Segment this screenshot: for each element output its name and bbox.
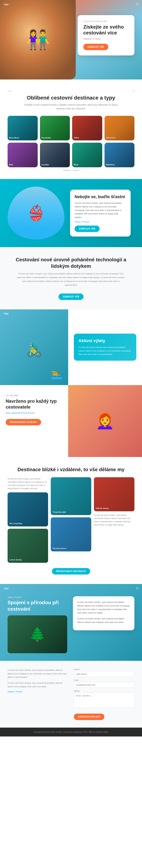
hero-couple-image: 👫 (0, 0, 76, 80)
contact-message-field: Zpráva (74, 690, 135, 709)
nature-forest-image: 🌲 (7, 615, 67, 653)
destfar-img-beach[interactable]: Tropická pláž (51, 477, 91, 515)
destfar-cta-button[interactable]: PROZKOUMAT DESTINACE (52, 568, 90, 575)
hero-sub: Objednat si Franzé (83, 38, 129, 40)
dest-label-maldives: Maledivy (106, 163, 115, 166)
destfar-title: Destinace blízké i vzdálené, to vše dělá… (7, 466, 135, 473)
whatwedo-title: Navrženo pro každý typ cestovatele (6, 398, 62, 410)
destinations-menu-icon[interactable]: ≡ (132, 89, 135, 93)
whatwedo-author-text: Autor zákazníků Franzé (6, 412, 28, 414)
whatwedo-author-link[interactable]: Franzé (28, 412, 35, 414)
footer: copyright lorem text dolor sit amet, con… (0, 727, 142, 737)
nature-content: Odkaz z Franzé Spojení s přírodou při ce… (0, 592, 142, 661)
contact-message-input[interactable] (74, 693, 135, 708)
dest-card-kostarika-bg: Kostarika (40, 116, 70, 141)
destfar-img-lake[interactable]: Horské jezero (51, 517, 91, 551)
nature-title: Spojení s přírodou při cestování (7, 599, 67, 612)
contact-email-label: Email (74, 679, 135, 681)
active-right-panel: Aktivní výlety Ut enim ad minim veniam, … (68, 309, 142, 385)
dest-card-london[interactable]: Londýn (40, 143, 70, 167)
dest-card-kostarika[interactable]: Kostarika (40, 116, 70, 141)
contact-text2: Ut enim ad minim veniam, quis nostrud ex… (7, 681, 68, 688)
nature-menu-icon[interactable]: ≡ (136, 586, 138, 590)
section-active: logo ≡ 🚴‍♂️ 🏊 Aktivní výlety Ut enim ad … (0, 309, 142, 385)
destfar-text-left: Ut enim ad minim veniam, quis nostrud ex… (7, 477, 48, 490)
contact-name-input[interactable] (74, 671, 135, 677)
dest-card-bali[interactable]: Bali (7, 143, 38, 167)
whatwedo-cta-button[interactable]: PROZKOUMAT ZÁJEZDY (6, 419, 41, 425)
happy-card: Nebojte se, buďte šťastní Ut enim ad min… (70, 190, 131, 237)
active-text: Ut enim ad minim veniam, quis nostrud ex… (78, 345, 132, 356)
dest-label-kostarika: Kostarika (41, 136, 51, 139)
destfar-right-col: Větrné mlýny Ut enim ad minim veniam, qu… (94, 477, 135, 563)
dest-label-tokyo: Tokio (74, 136, 79, 139)
dest-card-tokyo[interactable]: Tokio (72, 116, 102, 141)
section-tech: Cestování nové úrovně poháněné technolog… (0, 247, 142, 309)
section-destinations: logo ≡ Oblíbené cestovní destinace a typ… (0, 80, 142, 179)
section-destfar: Destinace blízké i vzdálené, to vše dělá… (0, 457, 142, 584)
dest-card-maldives-bg: Maledivy (105, 143, 135, 167)
section-contact: Ut enim ad minim veniam, quis nostrud ex… (0, 661, 142, 727)
dest-card-maui[interactable]: Maui (72, 143, 102, 167)
tech-title: Cestování nové úrovně poháněné technolog… (7, 257, 135, 270)
destfar-img-windmill[interactable]: Větrné mlýny (94, 477, 135, 511)
contact-left-panel: Ut enim ad minim veniam, quis nostrud ex… (7, 669, 68, 720)
dest-card-bora-bora[interactable]: Bora Bora (7, 116, 38, 141)
dest-card-indonesie[interactable]: Indonésie (105, 116, 135, 141)
dest-card-bora-bg: Bora Bora (7, 116, 38, 141)
destfar-center-col: Tropická pláž Horské jezero (51, 477, 91, 563)
cyclist-emoji: 🚴‍♂️ (26, 342, 42, 358)
contact-email-input[interactable] (74, 682, 135, 688)
destinations-logo: logo (7, 90, 12, 92)
nature-card: Ut enim ad minim veniam, quis nostrud ex… (73, 596, 135, 630)
contact-link[interactable]: Odkaz z Franzé (7, 690, 22, 693)
happy-text: Ut enim ad minim veniam, quis nostrud ex… (75, 202, 126, 219)
dest-label-indonesie: Indonésie (106, 136, 116, 139)
dest-label-london: Londýn (41, 163, 49, 166)
contact-right-panel: Jméno Email Zpráva KONTAKTUJTE NÁS (74, 669, 135, 720)
active-card: Aktivní výlety Ut enim ad minim veniam, … (74, 334, 136, 361)
active-menu-icon[interactable]: ≡ (136, 312, 138, 316)
nature-right-panel: Ut enim ad minim veniam, quis nostrud ex… (73, 596, 135, 653)
hero-title: Získejte ze svého cestování více (83, 24, 129, 36)
destfar-text-right: Ut enim ad minim veniam, quis nostrud ex… (94, 514, 135, 526)
nav-logo: logo (4, 3, 8, 6)
destinations-more: Stránky 1 Franzé (7, 169, 135, 172)
contact-message-label: Zpráva (74, 690, 135, 692)
destfar-img-forest[interactable]: Lesní stezky (7, 529, 48, 563)
dest-card-bali-bg: Bali (7, 143, 38, 167)
contact-grid: Ut enim ad minim veniam, quis nostrud ex… (7, 669, 135, 720)
hero-cta-button[interactable]: ZOBRAZIT VŠE (83, 44, 108, 50)
destfar-img-halong[interactable]: Ha Long Bay (7, 492, 48, 526)
whatwedo-left-panel: CO DĚLÁME Navrženo pro každý typ cestova… (0, 385, 68, 457)
active-title: Aktivní výlety (78, 338, 132, 344)
hero-nav: logo ≡ (0, 2, 142, 6)
hero-label: CESTOVNÍ KANCELÁŘ (83, 21, 129, 23)
contact-submit-button[interactable]: KONTAKTUJTE NÁS (74, 714, 104, 720)
happy-link[interactable]: Odkaz z Franzé (75, 221, 126, 223)
whatwedo-right-panel: 👩‍🦰 (68, 385, 142, 457)
nav-menu-icon[interactable]: ≡ (136, 2, 138, 6)
destinations-title: Oblíbené cestovní destinace a typy (7, 94, 135, 101)
hero-section: 👫 logo ≡ CESTOVNÍ KANCELÁŘ Získejte ze s… (0, 0, 142, 80)
contact-name-label: Jméno (74, 669, 135, 671)
destfar-grid: Ut enim ad minim veniam, quis nostrud ex… (7, 477, 135, 563)
tech-cta-button[interactable]: ZOBRAZIT VŠE (58, 293, 84, 300)
nature-nav: logo ≡ (0, 584, 142, 592)
active-nav: logo ≡ (0, 312, 142, 316)
whatwedo-author: Autor zákazníků Franzé Franzé (6, 412, 62, 414)
destinations-grid: Bora Bora Kostarika Tokio Indonésie Bali (7, 116, 135, 167)
dest-card-maldives[interactable]: Maledivy (105, 143, 135, 167)
dest-card-london-bg: Londýn (40, 143, 70, 167)
dest-label-bali: Bali (9, 163, 13, 166)
active-left-panel: 🚴‍♂️ 🏊 (0, 309, 68, 385)
dest-card-tokyo-bg: Tokio (72, 116, 102, 141)
nature-left-panel: Odkaz z Franzé Spojení s přírodou při ce… (7, 596, 67, 653)
contact-text1: Ut enim ad minim veniam, quis nostrud ex… (7, 669, 68, 679)
hero-card: CESTOVNÍ KANCELÁŘ Získejte ze svého cest… (78, 15, 135, 56)
happy-cta-button[interactable]: ZOBRAZIT VŠE (75, 225, 100, 232)
nature-badge: Odkaz z Franzé (7, 596, 67, 598)
dest-card-maui-bg: Maui (72, 143, 102, 167)
nature-logo: logo (4, 587, 8, 590)
whatwedo-badge: CO DĚLÁME (6, 395, 62, 397)
